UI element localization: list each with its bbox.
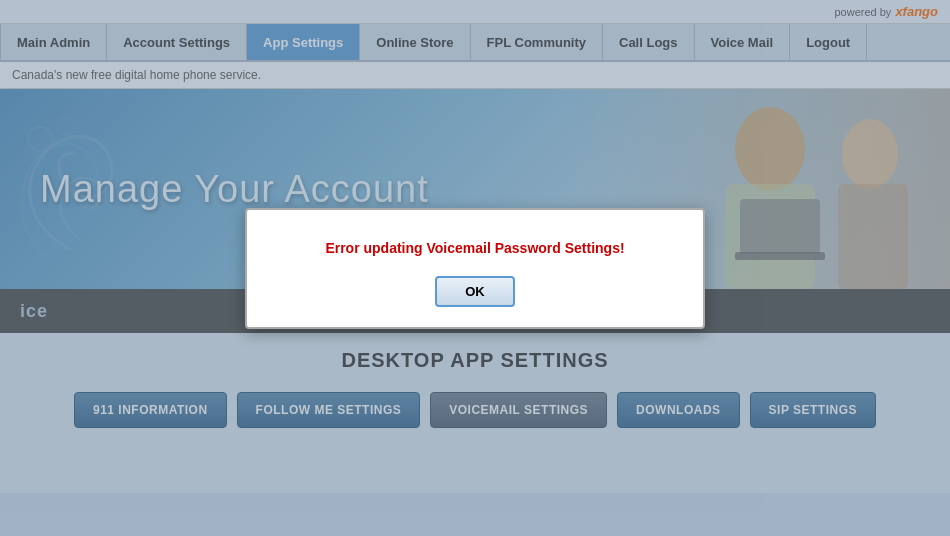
modal-error-message: Error updating Voicemail Password Settin… <box>325 240 624 256</box>
modal-ok-button[interactable]: OK <box>435 276 515 307</box>
error-modal: Error updating Voicemail Password Settin… <box>245 208 705 329</box>
modal-overlay: Error updating Voicemail Password Settin… <box>0 0 950 536</box>
